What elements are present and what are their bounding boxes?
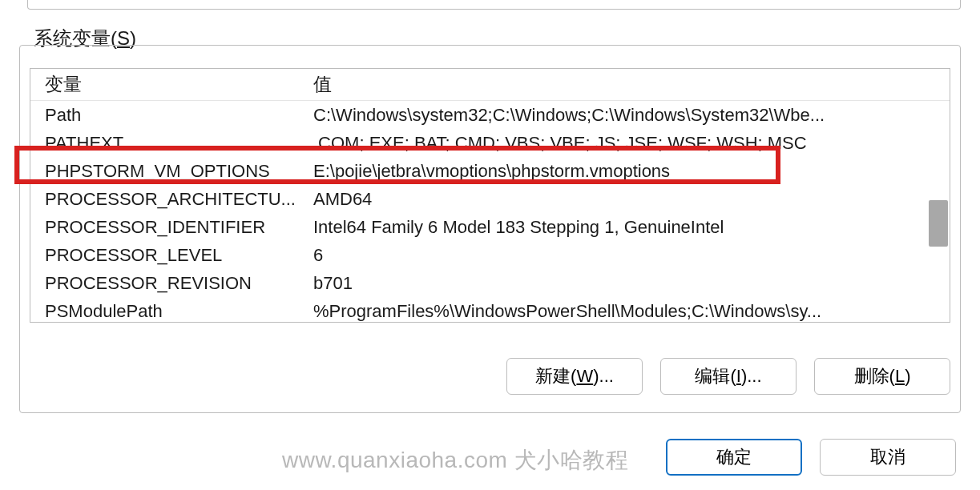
cell-value: 6 [313, 245, 943, 266]
scrollbar-thumb[interactable] [929, 200, 948, 247]
cell-variable: PROCESSOR_ARCHITECTU... [45, 189, 313, 210]
cell-value: E:\pojie\jetbra\vmoptions\phpstorm.vmopt… [313, 161, 943, 182]
table-row[interactable]: PROCESSOR_IDENTIFIER Intel64 Family 6 Mo… [30, 213, 950, 241]
new-button[interactable]: 新建(W)... [506, 358, 643, 395]
system-variables-buttons: 新建(W)... 编辑(I)... 删除(L) [506, 358, 950, 395]
cell-value: b701 [313, 273, 943, 294]
table-row[interactable]: PHPSTORM_VM_OPTIONS E:\pojie\jetbra\vmop… [30, 157, 950, 185]
col-header-variable[interactable]: 变量 [45, 72, 313, 97]
table-row[interactable]: PATHEXT .COM;.EXE;.BAT;.CMD;.VBS;.VBE;.J… [30, 129, 950, 157]
col-header-value[interactable]: 值 [313, 72, 943, 97]
table-row[interactable]: PROCESSOR_ARCHITECTU... AMD64 [30, 185, 950, 213]
list-header: 变量 值 [30, 69, 950, 101]
cell-variable: PROCESSOR_LEVEL [45, 245, 313, 266]
cell-variable: PROCESSOR_IDENTIFIER [45, 217, 313, 238]
cell-value: AMD64 [313, 189, 943, 210]
system-variables-list[interactable]: 变量 值 Path C:\Windows\system32;C:\Windows… [30, 68, 950, 323]
system-variables-group: 变量 值 Path C:\Windows\system32;C:\Windows… [19, 45, 961, 413]
table-row[interactable]: PSModulePath %ProgramFiles%\WindowsPower… [30, 297, 950, 323]
delete-button[interactable]: 删除(L) [814, 358, 950, 395]
cell-value: .COM;.EXE;.BAT;.CMD;.VBS;.VBE;.JS;.JSE;.… [313, 133, 943, 154]
dialog-buttons: 确定 取消 [666, 439, 956, 476]
cell-variable: PHPSTORM_VM_OPTIONS [45, 161, 313, 182]
cell-value: Intel64 Family 6 Model 183 Stepping 1, G… [313, 217, 943, 238]
table-row[interactable]: PROCESSOR_LEVEL 6 [30, 241, 950, 269]
table-row[interactable]: Path C:\Windows\system32;C:\Windows;C:\W… [30, 101, 950, 129]
cell-variable: PATHEXT [45, 133, 313, 154]
ok-button[interactable]: 确定 [666, 439, 802, 476]
cell-variable: PSModulePath [45, 301, 313, 322]
watermark-text: www.quanxiaoha.com 犬小哈教程 [282, 445, 628, 476]
cell-variable: PROCESSOR_REVISION [45, 273, 313, 294]
table-row[interactable]: PROCESSOR_REVISION b701 [30, 269, 950, 297]
edit-button[interactable]: 编辑(I)... [660, 358, 797, 395]
cell-value: %ProgramFiles%\WindowsPowerShell\Modules… [313, 301, 943, 322]
cancel-button[interactable]: 取消 [820, 439, 956, 476]
cell-value: C:\Windows\system32;C:\Windows;C:\Window… [313, 105, 943, 126]
cell-variable: Path [45, 105, 313, 126]
scrollbar[interactable] [929, 70, 948, 320]
top-groupbox-fragment [27, 0, 961, 10]
